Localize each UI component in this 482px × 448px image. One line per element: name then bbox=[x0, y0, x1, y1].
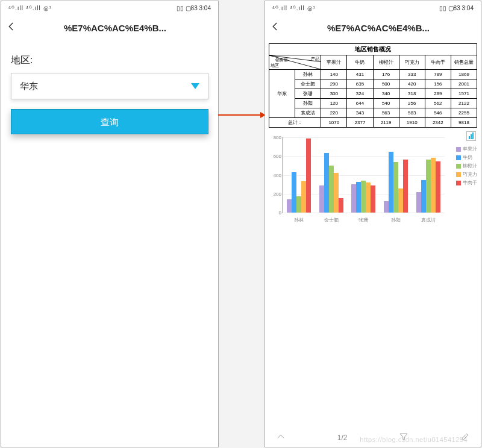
query-button[interactable]: 查询 bbox=[11, 109, 208, 134]
title-bar: %E7%AC%AC%E4%B... bbox=[265, 14, 481, 41]
status-bar: ⁴ᴳ.ıll ⁴ᴳ.ıll ◎¹ ▯▯ ▢83 3:04 bbox=[265, 1, 481, 14]
back-button[interactable] bbox=[270, 21, 281, 34]
page-title: %E7%AC%AC%E4%B... bbox=[17, 23, 213, 33]
clock: ▯▯ ▢83 3:04 bbox=[439, 5, 474, 11]
prev-page-icon[interactable] bbox=[276, 432, 286, 443]
region-select[interactable]: 华东 bbox=[11, 73, 208, 99]
title-bar: %E7%AC%AC%E4%B... bbox=[1, 14, 218, 41]
phone-right: ⁴ᴳ.ıll ⁴ᴳ.ıll ◎¹ ▯▯ ▢83 3:04 %E7%AC%AC%E… bbox=[264, 1, 481, 447]
signal-icon: ⁴ᴳ.ıll ⁴ᴳ.ıll ◎¹ bbox=[8, 5, 52, 11]
page-indicator: 1/2 bbox=[337, 434, 348, 442]
flow-arrow-icon bbox=[218, 114, 265, 116]
phone-left: ⁴ᴳ.ıll ⁴ᴳ.ıll ◎¹ ▯▯ ▢83 3:04 %E7%AC%AC%E… bbox=[1, 1, 219, 447]
chevron-down-icon bbox=[191, 83, 199, 89]
region-value: 华东 bbox=[20, 81, 38, 92]
chart-legend: 苹果汁牛奶柳橙汁巧克力牛肉干 bbox=[456, 146, 477, 188]
region-label: 地区: bbox=[11, 54, 208, 67]
status-bar: ⁴ᴳ.ıll ⁴ᴳ.ıll ◎¹ ▯▯ ▢83 3:04 bbox=[1, 1, 218, 14]
sales-chart: 0200400600800孙林金士鹏张珊孙阳袁成洁 苹果汁牛奶柳橙汁巧克力牛肉干 bbox=[269, 131, 477, 228]
signal-icon: ⁴ᴳ.ıll ⁴ᴳ.ıll ◎¹ bbox=[272, 5, 316, 11]
watermark: https://blog.csdn.net/u014541254 bbox=[360, 436, 468, 443]
clock: ▯▯ ▢83 3:04 bbox=[177, 5, 211, 11]
page-title: %E7%AC%AC%E4%B... bbox=[281, 23, 476, 33]
report-area: 地区销售概况产品销售量地区苹果汁牛奶柳橙汁巧克力牛肉干销售总量华东孙林14043… bbox=[265, 41, 481, 228]
chart-toggle-icon[interactable] bbox=[466, 131, 476, 141]
back-button[interactable] bbox=[6, 21, 17, 34]
sales-table: 地区销售概况产品销售量地区苹果汁牛奶柳橙汁巧克力牛肉干销售总量华东孙林14043… bbox=[269, 43, 477, 128]
